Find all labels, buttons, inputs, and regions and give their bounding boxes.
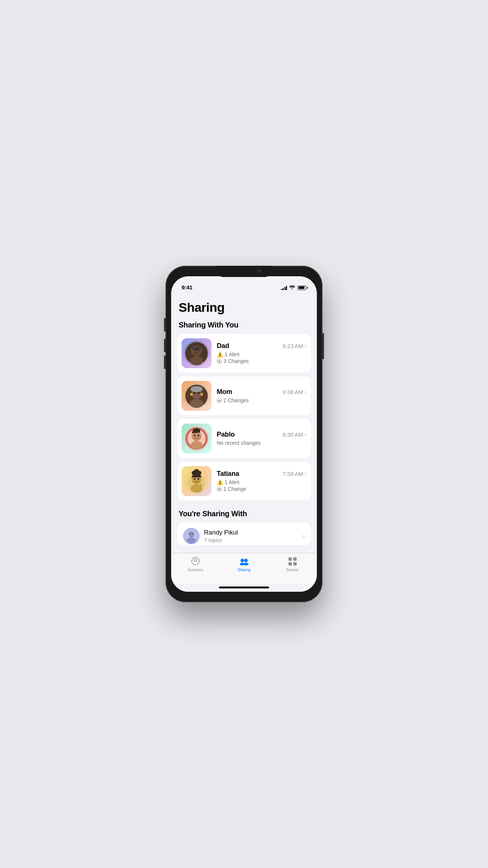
no-changes-row-pablo: No recent changes [217,440,306,446]
svg-marker-40 [218,487,221,491]
avatar-dad [182,338,211,368]
svg-point-17 [201,393,203,395]
contact-time-mom: 9:36 AM › [282,389,306,395]
contact-name-randy: Randy Pikul [204,529,298,536]
avatar-mom [182,381,211,411]
home-indicator-bar [171,584,317,592]
list-item-randy[interactable]: Randy Pikul 7 topics › [177,523,311,545]
contact-card-pablo[interactable]: Pablo 8:30 AM › No recent changes [177,419,311,458]
svg-point-43 [187,538,196,544]
avatar-randy [183,528,200,544]
tab-browse[interactable]: Browse [268,556,317,572]
wifi-icon [289,285,295,290]
changes-row-mom: 2 Changes [217,397,306,403]
avatar-pablo [182,424,211,453]
svg-point-34 [198,478,200,480]
status-icons [281,285,307,290]
alert-row-tatiana: ⚠️ 1 Alert [217,479,306,485]
contact-card-tatiana[interactable]: Tatiana 7:59 AM › ⚠️ 1 Alert [177,462,311,501]
svg-point-51 [241,559,244,563]
summary-icon [190,556,201,567]
card-info-pablo: Pablo 8:30 AM › No recent changes [217,431,306,447]
tab-sharing[interactable]: Sharing [220,556,268,572]
svg-point-42 [188,532,194,538]
sharing-with-you-title: Sharing With You [171,321,317,334]
contact-card-dad[interactable]: Dad 9:23 AM › ⚠️ 1 Alert [177,334,311,373]
battery-icon [297,286,306,290]
contact-name-mom: Mom [217,388,232,396]
youre-sharing-with-title: You're Sharing With [171,510,317,523]
svg-point-12 [190,399,203,408]
svg-point-53 [244,559,248,563]
star-icon [217,486,222,492]
svg-point-54 [243,563,248,566]
svg-point-2 [190,356,203,365]
tab-browse-label: Browse [287,568,299,572]
phone-frame: 9:41 [166,266,322,602]
tab-bar: Summary Sharing [171,553,317,584]
youre-sharing-with-list: Randy Pikul 7 topics › [177,523,311,545]
svg-marker-19 [218,399,221,402]
chevron-right-icon: › [305,389,306,395]
contact-name-pablo: Pablo [217,431,235,438]
svg-marker-9 [218,360,221,363]
svg-point-25 [198,435,200,437]
status-bar: 9:41 [171,276,317,293]
front-camera [257,269,262,273]
sharing-with-you-list: Dad 9:23 AM › ⚠️ 1 Alert [171,334,317,501]
svg-point-23 [191,441,203,449]
card-info-mom: Mom 9:36 AM › 2 Changes [217,388,306,404]
svg-point-24 [194,435,196,437]
changes-row-dad: 3 Changes [217,358,306,364]
contact-time-tatiana: 7:59 AM › [282,471,306,477]
contact-card-mom[interactable]: Mom 9:36 AM › 2 Changes [177,376,311,415]
card-info-dad: Dad 9:23 AM › ⚠️ 1 Alert [217,342,306,365]
chevron-right-icon: › [305,471,306,477]
notch [216,266,272,277]
svg-rect-5 [192,347,201,350]
svg-point-45 [192,533,193,535]
home-indicator [219,587,269,588]
svg-point-29 [197,429,200,432]
chevron-right-icon: › [305,343,306,349]
status-time: 9:41 [182,284,192,290]
phone-screen: 9:41 [171,276,317,592]
contact-name-tatiana: Tatiana [217,470,239,478]
svg-point-44 [190,533,191,535]
star-icon [217,358,222,364]
chevron-right-icon: › [303,532,305,540]
sharing-icon [239,556,249,567]
star-icon [217,398,222,403]
svg-point-16 [190,393,192,395]
contact-name-dad: Dad [217,342,229,350]
svg-point-13 [194,392,196,394]
main-content: Sharing Sharing With You [171,293,317,553]
tab-summary[interactable]: Summary [171,556,220,572]
contact-sub-randy: 7 topics [204,537,298,543]
svg-point-14 [198,392,200,394]
svg-rect-57 [288,562,292,566]
svg-point-33 [194,478,196,480]
svg-point-36 [192,471,195,475]
tab-summary-label: Summary [188,568,203,572]
contact-time-pablo: 8:30 AM › [282,431,306,438]
contact-time-dad: 9:23 AM › [282,343,306,349]
tab-sharing-label: Sharing [238,568,250,572]
page-title: Sharing [171,293,317,321]
signal-icon [281,286,287,290]
svg-point-38 [199,486,202,489]
svg-rect-58 [293,562,297,566]
avatar-tatiana [182,466,211,496]
chevron-right-icon: › [305,431,306,437]
browse-icon [287,556,298,567]
svg-point-37 [198,471,201,475]
svg-rect-56 [293,557,297,561]
alert-row-dad: ⚠️ 1 Alert [217,351,306,357]
svg-rect-55 [288,557,292,561]
list-info-randy: Randy Pikul 7 topics [204,529,298,543]
card-info-tatiana: Tatiana 7:59 AM › ⚠️ 1 Alert [217,470,306,493]
changes-row-tatiana: 1 Change [217,486,306,492]
